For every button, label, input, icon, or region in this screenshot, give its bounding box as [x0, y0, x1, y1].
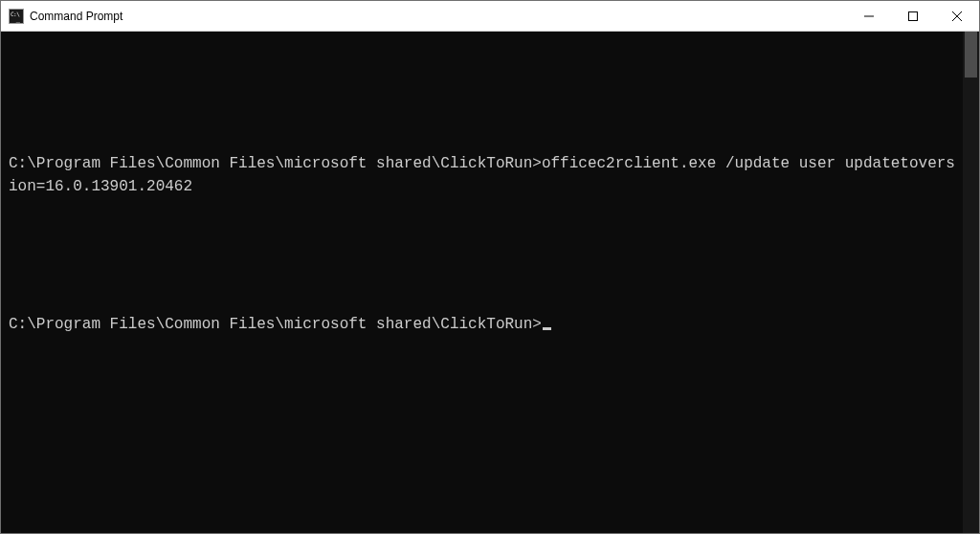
svg-rect-1	[909, 11, 918, 20]
minimize-button[interactable]	[847, 1, 891, 31]
maximize-button[interactable]	[891, 1, 935, 31]
window-controls	[847, 1, 979, 31]
command-prompt-window: Command Prompt C:\Program Files\Common F…	[0, 0, 980, 534]
scroll-thumb[interactable]	[965, 32, 977, 78]
console-output[interactable]: C:\Program Files\Common Files\microsoft …	[1, 32, 963, 533]
minimize-icon	[864, 11, 874, 21]
blank-line	[9, 244, 955, 267]
titlebar[interactable]: Command Prompt	[1, 1, 979, 32]
cmd-icon	[9, 9, 24, 24]
vertical-scrollbar[interactable]	[963, 32, 979, 533]
maximize-icon	[908, 11, 918, 21]
text-cursor	[543, 327, 551, 330]
prompt-text: C:\Program Files\Common Files\microsoft …	[9, 155, 542, 172]
close-button[interactable]	[935, 1, 979, 31]
blank-line	[9, 83, 955, 106]
window-title: Command Prompt	[30, 10, 847, 23]
prompt-text: C:\Program Files\Common Files\microsoft …	[9, 316, 542, 333]
console-line-1: C:\Program Files\Common Files\microsoft …	[9, 152, 955, 198]
close-icon	[952, 11, 962, 21]
console-line-2: C:\Program Files\Common Files\microsoft …	[9, 313, 955, 336]
console-area[interactable]: C:\Program Files\Common Files\microsoft …	[1, 32, 979, 533]
